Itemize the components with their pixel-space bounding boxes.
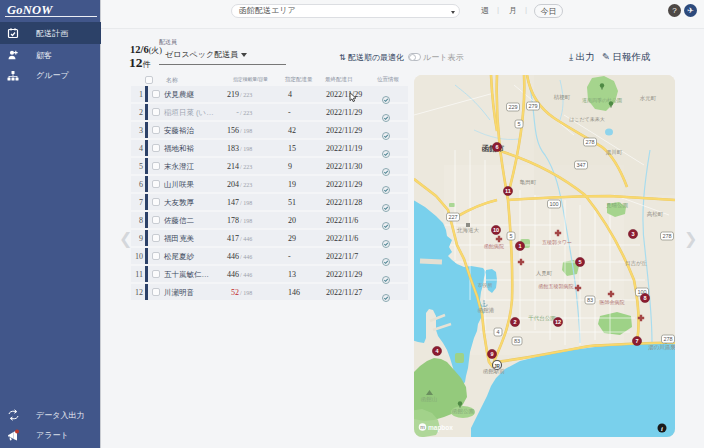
svg-text:10: 10 [493,227,499,233]
svg-text:3: 3 [631,231,634,237]
svg-text:湯川町: 湯川町 [606,149,623,156]
svg-text:278: 278 [663,336,672,342]
svg-text:JR: JR [494,364,501,369]
svg-text:5: 5 [578,259,581,265]
svg-text:1: 1 [518,243,521,249]
svg-text:mapbox: mapbox [428,424,453,432]
svg-text:347: 347 [576,162,585,168]
svg-text:はこだて未来大: はこだて未来大 [569,116,604,123]
svg-text:12: 12 [555,319,561,325]
svg-text:亀田町: 亀田町 [520,179,537,185]
svg-text:⚓: ⚓ [480,300,488,308]
svg-text:229: 229 [508,104,517,110]
svg-text:m: m [420,424,425,430]
svg-text:278: 278 [585,139,594,145]
svg-text:見晴公園: 見晴公園 [606,202,628,209]
svg-text:7: 7 [635,338,638,344]
svg-text:6: 6 [495,144,498,150]
svg-text:279: 279 [528,103,537,109]
svg-text:函館病院: 函館病院 [484,243,504,250]
svg-text:5: 5 [509,233,512,239]
svg-text:9: 9 [490,351,493,357]
svg-text:水元町: 水元町 [640,95,657,101]
svg-text:100: 100 [549,201,558,207]
svg-text:桔梗町: 桔梗町 [553,94,571,101]
svg-text:83: 83 [514,338,520,344]
svg-text:函館山: 函館山 [421,396,438,403]
svg-text:5: 5 [517,121,520,127]
svg-text:千代台公園: 千代台公園 [528,315,556,321]
svg-text:2: 2 [513,319,516,325]
svg-text:湯の川温泉: 湯の川温泉 [648,344,675,351]
svg-text:高松町: 高松町 [647,211,664,217]
svg-text:道南四季の杜公園: 道南四季の杜公園 [582,97,622,104]
svg-text:函館公園: 函館公園 [452,408,474,415]
svg-text:函館港: 函館港 [478,307,495,314]
svg-text:278: 278 [662,233,671,239]
svg-text:医師会病院: 医師会病院 [600,299,625,306]
svg-text:4: 4 [496,329,499,335]
svg-text:日吉が丘: 日吉が丘 [625,260,648,267]
svg-text:人見町: 人見町 [536,270,553,277]
svg-text:8: 8 [643,295,646,301]
svg-text:北海道大: 北海道大 [456,227,480,234]
svg-text:五稜郭タワー: 五稜郭タワー [542,239,572,246]
svg-text:市役所: 市役所 [478,282,493,288]
svg-text:227: 227 [448,214,457,220]
svg-text:函館五稜郭病院: 函館五稜郭病院 [539,283,574,290]
svg-text:83: 83 [587,297,593,303]
svg-text:i: i [661,425,663,432]
svg-text:11: 11 [505,188,511,194]
